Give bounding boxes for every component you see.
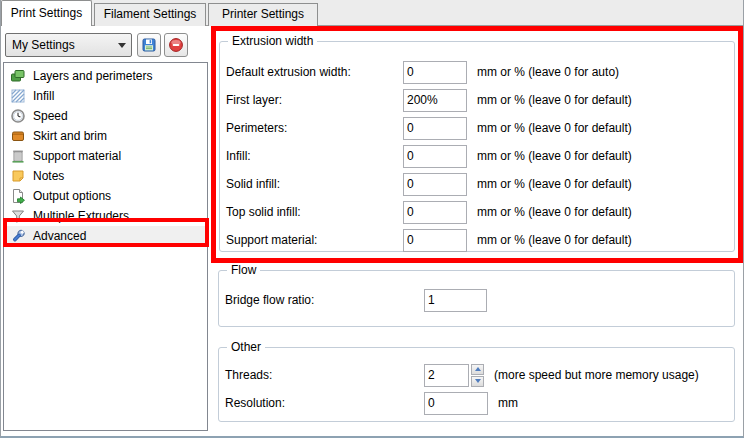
field-label: Top solid infill: (226, 205, 403, 219)
field-row-threads: Threads:(more speed but more memory usag… (219, 361, 734, 389)
field-label: Resolution: (225, 396, 424, 410)
sidebar-item-label: Advanced (33, 229, 86, 243)
support-icon (10, 148, 26, 164)
support-material-input[interactable] (403, 229, 467, 252)
sidebar-item-label: Speed (33, 109, 68, 123)
group-title: Extrusion width (228, 34, 317, 48)
spinner-up-button[interactable] (471, 364, 484, 375)
field-suffix: mm or % (leave 0 for default) (477, 149, 632, 163)
field-label: Threads: (225, 368, 424, 382)
field-row-resolution: Resolution:mm (219, 389, 734, 417)
sidebar-item-label: Infill (33, 89, 54, 103)
group-title: Other (227, 340, 265, 354)
sidebar-item-label: Layers and perimeters (33, 69, 152, 83)
speed-icon (10, 108, 26, 124)
sidebar-item-speed[interactable]: Speed (4, 106, 207, 126)
sidebar-item-label: Support material (33, 149, 121, 163)
slicer-settings-window: Print SettingsFilament SettingsPrinter S… (0, 0, 744, 438)
sidebar-item-output-options[interactable]: Output options (4, 186, 207, 206)
field-suffix: mm or % (leave 0 for default) (477, 233, 632, 247)
field-row-default-extrusion-width: Default extrusion width:mm or % (leave 0… (220, 58, 734, 86)
flow-group: Flow Bridge flow ratio: (218, 270, 735, 327)
field-row-solid-infill: Solid infill:mm or % (leave 0 for defaul… (220, 170, 734, 198)
field-label: Default extrusion width: (226, 65, 403, 79)
bridge-flow-ratio-input[interactable] (424, 289, 487, 312)
extruders-icon (10, 208, 26, 224)
sidebar-item-advanced[interactable]: Advanced (4, 226, 207, 246)
tab-filament-settings[interactable]: Filament Settings (94, 3, 206, 26)
sidebar-item-multiple-extruders[interactable]: Multiple Extruders (4, 206, 207, 226)
infill-icon (10, 88, 26, 104)
field-row-bridge-flow-ratio: Bridge flow ratio: (219, 286, 734, 314)
sidebar-item-label: Output options (33, 189, 111, 203)
field-row-support-material: Support material:mm or % (leave 0 for de… (220, 226, 734, 254)
spinner-down-button[interactable] (471, 376, 484, 387)
group-title: Flow (227, 263, 260, 277)
field-label: Perimeters: (226, 121, 403, 135)
sidebar-item-layers-and-perimeters[interactable]: Layers and perimeters (4, 66, 207, 86)
perimeters-input[interactable] (403, 117, 467, 140)
sidebar-item-label: Skirt and brim (33, 129, 107, 143)
field-label: Infill: (226, 149, 403, 163)
output-icon (10, 188, 26, 204)
field-label: Support material: (226, 233, 403, 247)
sidebar-item-support-material[interactable]: Support material (4, 146, 207, 166)
sidebar-item-label: Notes (33, 169, 64, 183)
threads-spinner (471, 364, 484, 387)
layers-icon (10, 68, 26, 84)
tab-print-settings[interactable]: Print Settings (1, 0, 92, 26)
preset-select[interactable]: My Settings (5, 33, 132, 57)
notes-icon (10, 168, 26, 184)
field-suffix: mm or % (leave 0 for default) (477, 93, 632, 107)
skirt-icon (10, 128, 26, 144)
delete-preset-button[interactable] (164, 33, 188, 57)
field-label: Solid infill: (226, 177, 403, 191)
other-group: Other Threads:(more speed but more memor… (218, 347, 735, 422)
chevron-down-icon[interactable] (113, 43, 131, 48)
sidebar-item-label: Multiple Extruders (33, 209, 129, 223)
top-solid-infill-input[interactable] (403, 201, 467, 224)
threads-input[interactable] (424, 364, 469, 387)
sidebar-item-skirt-and-brim[interactable]: Skirt and brim (4, 126, 207, 146)
solid-infill-input[interactable] (403, 173, 467, 196)
field-suffix: mm or % (leave 0 for default) (477, 205, 632, 219)
field-suffix: (more speed but more memory usage) (494, 368, 699, 382)
settings-category-list[interactable]: Layers and perimetersInfillSpeedSkirt an… (3, 62, 208, 431)
field-label: Bridge flow ratio: (225, 293, 424, 307)
first-layer-input[interactable] (403, 89, 467, 112)
sidebar-item-infill[interactable]: Infill (4, 86, 207, 106)
wrench-icon (10, 228, 26, 244)
field-row-top-solid-infill: Top solid infill:mm or % (leave 0 for de… (220, 198, 734, 226)
sidebar-item-notes[interactable]: Notes (4, 166, 207, 186)
field-suffix: mm (498, 396, 518, 410)
resolution-input[interactable] (424, 392, 488, 415)
field-row-perimeters: Perimeters:mm or % (leave 0 for default) (220, 114, 734, 142)
remove-circle-icon (168, 37, 184, 53)
tab-printer-settings[interactable]: Printer Settings (208, 3, 318, 26)
extrusion-width-group: Extrusion width Default extrusion width:… (219, 41, 735, 252)
floppy-disk-icon (141, 37, 157, 53)
field-row-infill: Infill:mm or % (leave 0 for default) (220, 142, 734, 170)
field-row-first-layer: First layer:mm or % (leave 0 for default… (220, 86, 734, 114)
field-label: First layer: (226, 93, 403, 107)
save-preset-button[interactable] (137, 33, 161, 57)
default-extrusion-width-input[interactable] (403, 61, 467, 84)
field-suffix: mm or % (leave 0 for default) (477, 121, 632, 135)
infill-input[interactable] (403, 145, 467, 168)
preset-selected-value: My Settings (6, 38, 113, 52)
field-suffix: mm or % (leave 0 for auto) (477, 65, 619, 79)
field-suffix: mm or % (leave 0 for default) (477, 177, 632, 191)
tab-bar: Print SettingsFilament SettingsPrinter S… (1, 0, 743, 26)
